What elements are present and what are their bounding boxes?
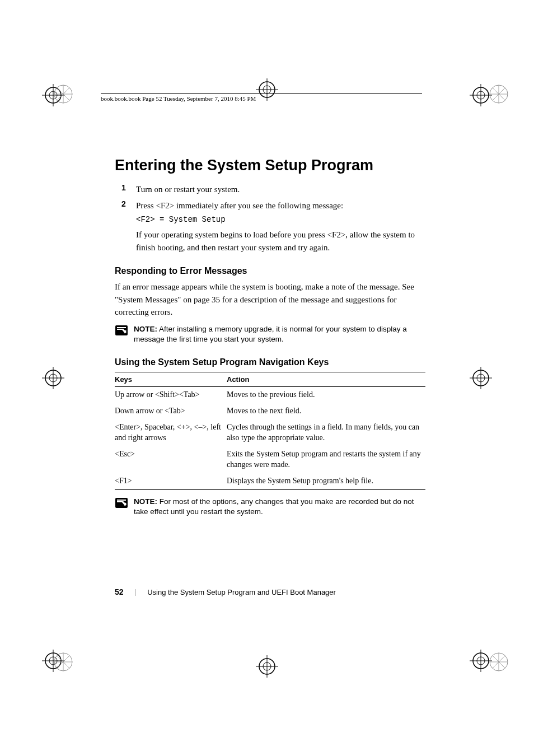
- corner-radial-top-left: [53, 84, 73, 104]
- note-label: NOTE:: [134, 497, 157, 506]
- table-cell-action: Exits the System Setup program and resta…: [227, 446, 425, 473]
- table-row: Down arrow or <Tab> Moves to the next fi…: [115, 403, 425, 419]
- svg-line-67: [499, 656, 505, 662]
- table-row: Up arrow or <Shift><Tab> Moves to the pr…: [115, 387, 425, 403]
- crop-mark-right-center: [470, 367, 492, 389]
- table-cell-action: Moves to the next field.: [227, 403, 425, 419]
- svg-line-36: [57, 94, 63, 100]
- svg-line-34: [63, 94, 69, 100]
- table-cell-action: Moves to the previous field.: [227, 387, 425, 403]
- table-cell-keys: Down arrow or <Tab>: [115, 403, 227, 419]
- svg-line-45: [493, 94, 499, 100]
- note-block: NOTE: For most of the options, any chang…: [115, 497, 425, 518]
- svg-line-63: [493, 662, 499, 668]
- table-row: <Enter>, Spacebar, <+>, <–>, left and ri…: [115, 419, 425, 446]
- table-row: <Esc> Exits the System Setup program and…: [115, 446, 425, 473]
- step-number: 1: [121, 183, 136, 196]
- svg-line-61: [499, 662, 505, 668]
- table-cell-action: Cycles through the settings in a field. …: [227, 419, 425, 446]
- note-body: For most of the options, any changes tha…: [134, 497, 414, 516]
- running-header: book.book.book Page 52 Tuesday, Septembe…: [101, 95, 256, 102]
- svg-line-54: [57, 662, 63, 668]
- corner-radial-top-right: [489, 84, 509, 104]
- table-row: <F1> Displays the System Setup program's…: [115, 473, 425, 489]
- svg-line-40: [63, 88, 69, 94]
- step-text: Turn on or restart your system.: [136, 183, 240, 196]
- section-heading-responding: Responding to Error Messages: [115, 266, 425, 276]
- table-header-keys: Keys: [115, 372, 227, 387]
- table-cell-keys: <F1>: [115, 473, 227, 489]
- body-paragraph: If an error message appears while the sy…: [115, 281, 425, 319]
- step-1: 1 Turn on or restart your system.: [121, 183, 425, 196]
- corner-radial-bottom-right: [489, 652, 509, 672]
- svg-line-52: [63, 662, 69, 668]
- note-text: NOTE: For most of the options, any chang…: [134, 497, 425, 518]
- svg-line-49: [499, 88, 505, 94]
- svg-line-38: [57, 88, 63, 94]
- section-heading-navigation: Using the System Setup Program Navigatio…: [115, 357, 425, 367]
- step-number: 2: [121, 199, 136, 212]
- page-footer: 52 | Using the System Setup Program and …: [115, 587, 336, 596]
- crop-mark-bottom-center: [256, 655, 278, 678]
- svg-line-58: [63, 656, 69, 662]
- note-text: NOTE: After installing a memory upgrade,…: [134, 324, 425, 346]
- svg-line-47: [493, 88, 499, 94]
- code-sample: <F2> = System Setup: [136, 215, 425, 224]
- note-icon: [115, 325, 128, 336]
- page-content: Entering the System Setup Program 1 Turn…: [115, 157, 425, 523]
- svg-line-65: [493, 656, 499, 662]
- note-label: NOTE:: [134, 325, 157, 333]
- table-header-action: Action: [227, 372, 425, 387]
- page-number: 52: [115, 587, 124, 596]
- note-block: NOTE: After installing a memory upgrade,…: [115, 324, 425, 346]
- step-text: Press <F2> immediately after you see the…: [136, 199, 343, 212]
- note-icon: [115, 497, 128, 508]
- svg-line-43: [499, 94, 505, 100]
- note-body: After installing a memory upgrade, it is…: [134, 325, 407, 344]
- footer-separator: |: [135, 587, 137, 596]
- table-cell-keys: <Enter>, Spacebar, <+>, <–>, left and ri…: [115, 419, 227, 446]
- step-2: 2 Press <F2> immediately after you see t…: [121, 199, 425, 212]
- crop-mark-left-center: [42, 367, 64, 389]
- svg-line-56: [57, 656, 63, 662]
- table-cell-keys: Up arrow or <Shift><Tab>: [115, 387, 227, 403]
- chapter-title: Using the System Setup Program and UEFI …: [147, 588, 336, 596]
- body-paragraph: If your operating system begins to load …: [136, 228, 425, 254]
- table-cell-action: Displays the System Setup program's help…: [227, 473, 425, 489]
- header-rule: [101, 93, 422, 94]
- corner-radial-bottom-left: [53, 652, 73, 672]
- page-title: Entering the System Setup Program: [115, 157, 425, 174]
- steps-list: 1 Turn on or restart your system. 2 Pres…: [121, 183, 425, 212]
- crop-mark-top-center: [256, 78, 278, 101]
- navigation-keys-table: Keys Action Up arrow or <Shift><Tab> Mov…: [115, 372, 425, 489]
- table-cell-keys: <Esc>: [115, 446, 227, 473]
